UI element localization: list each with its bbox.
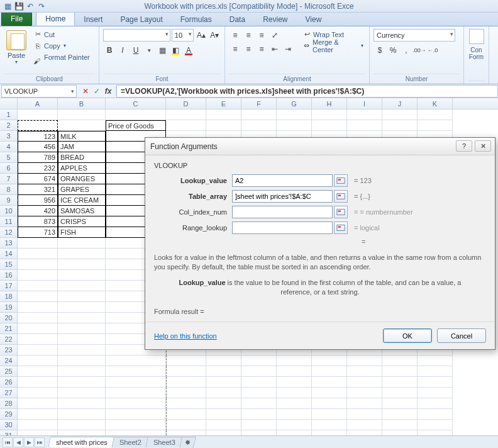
- align-left-icon[interactable]: ≡: [229, 43, 241, 55]
- cell[interactable]: [277, 120, 312, 131]
- row-header[interactable]: 18: [0, 291, 18, 302]
- row-header[interactable]: 14: [0, 249, 18, 259]
- cell[interactable]: [18, 249, 58, 259]
- paste-button[interactable]: Paste ▾: [4, 29, 29, 66]
- cell[interactable]: [418, 377, 453, 388]
- cell[interactable]: [418, 420, 453, 430]
- comma-format-icon[interactable]: ,: [400, 44, 412, 57]
- cell[interactable]: [241, 430, 277, 435]
- cell[interactable]: [312, 409, 347, 420]
- cell[interactable]: 956: [18, 195, 58, 206]
- cell[interactable]: [58, 388, 106, 398]
- cell[interactable]: ICE CREAM: [58, 195, 106, 206]
- cell[interactable]: 789: [18, 152, 58, 163]
- cell[interactable]: [166, 366, 206, 377]
- cell[interactable]: [106, 420, 166, 430]
- row-header[interactable]: 17: [0, 281, 18, 291]
- cell[interactable]: [418, 366, 453, 377]
- cell[interactable]: [18, 366, 58, 377]
- cell[interactable]: [166, 388, 206, 398]
- row-header[interactable]: 31: [0, 430, 18, 435]
- cell[interactable]: [18, 323, 58, 334]
- row-header[interactable]: 5: [0, 152, 18, 163]
- cell[interactable]: [58, 238, 106, 249]
- cell[interactable]: [166, 409, 206, 420]
- cell[interactable]: [418, 398, 453, 409]
- cell[interactable]: [277, 377, 312, 388]
- sheet-tab-2[interactable]: Sheet2: [111, 437, 149, 447]
- col-header-C[interactable]: C: [106, 98, 166, 109]
- borders-button[interactable]: ▦: [156, 44, 169, 57]
- orientation-icon[interactable]: ⤢: [268, 29, 281, 42]
- cell[interactable]: [277, 409, 312, 420]
- cell[interactable]: [58, 356, 106, 366]
- cell[interactable]: [241, 377, 277, 388]
- dialog-help-button[interactable]: ?: [456, 140, 472, 152]
- cell[interactable]: [166, 420, 206, 430]
- col-header-G[interactable]: G: [277, 98, 312, 109]
- format-painter-button[interactable]: ﾠ🖌Format Painter: [31, 52, 92, 62]
- cell[interactable]: 321: [18, 184, 58, 195]
- sheet-nav-next-icon[interactable]: ▶: [24, 437, 34, 447]
- cell[interactable]: [277, 356, 312, 366]
- tab-page-layout[interactable]: Page Layout: [111, 13, 171, 26]
- row-header[interactable]: 30: [0, 420, 18, 430]
- sheet-nav-prev-icon[interactable]: ◀: [13, 437, 23, 447]
- cell[interactable]: [166, 377, 206, 388]
- col-header-E[interactable]: E: [206, 98, 241, 109]
- cell[interactable]: 123: [18, 131, 58, 142]
- cell[interactable]: [277, 388, 312, 398]
- font-family-combo[interactable]: [103, 29, 170, 42]
- cell[interactable]: [58, 323, 106, 334]
- cell[interactable]: [58, 120, 106, 131]
- cell[interactable]: [58, 109, 106, 120]
- align-middle-icon[interactable]: ≡: [242, 29, 255, 42]
- row-header[interactable]: 15: [0, 259, 18, 270]
- sheet-tab-active[interactable]: sheet with prices: [48, 437, 116, 447]
- tab-home[interactable]: Home: [36, 12, 75, 26]
- cell[interactable]: [418, 388, 453, 398]
- cell[interactable]: [206, 356, 241, 366]
- row-header[interactable]: 25: [0, 366, 18, 377]
- cell[interactable]: [166, 398, 206, 409]
- cell[interactable]: [241, 388, 277, 398]
- cell[interactable]: [347, 420, 382, 430]
- conditional-formatting-icon[interactable]: [469, 29, 484, 44]
- dialog-titlebar[interactable]: Function Arguments ? ✕: [145, 138, 495, 155]
- cell[interactable]: [206, 398, 241, 409]
- cell[interactable]: [347, 356, 382, 366]
- row-header[interactable]: 13: [0, 238, 18, 249]
- cell[interactable]: [18, 345, 58, 356]
- cell[interactable]: [58, 281, 106, 291]
- cell[interactable]: [18, 334, 58, 345]
- increase-decimal-icon[interactable]: .00→: [413, 44, 426, 57]
- cell[interactable]: [18, 420, 58, 430]
- sheet-tab-3[interactable]: Sheet3: [145, 437, 183, 447]
- cell[interactable]: [347, 120, 382, 131]
- row-header[interactable]: 7: [0, 174, 18, 184]
- cell[interactable]: [241, 409, 277, 420]
- align-center-icon[interactable]: ≡: [242, 43, 255, 55]
- col-header-B[interactable]: B: [58, 98, 106, 109]
- cell[interactable]: 713: [18, 227, 58, 238]
- cell[interactable]: JAM: [58, 142, 106, 152]
- col-header-H[interactable]: H: [312, 98, 347, 109]
- cell[interactable]: SAMOSAS: [58, 206, 106, 216]
- new-sheet-button[interactable]: ✸: [179, 437, 196, 448]
- arg-input-table-array[interactable]: [232, 190, 333, 203]
- select-all-corner[interactable]: [0, 98, 18, 109]
- underline-button[interactable]: U: [130, 44, 142, 57]
- row-header[interactable]: 2: [0, 120, 18, 131]
- cell[interactable]: [106, 366, 166, 377]
- cell[interactable]: [347, 409, 382, 420]
- cell[interactable]: [241, 398, 277, 409]
- cancel-formula-icon[interactable]: ✕: [80, 86, 91, 96]
- cell[interactable]: [18, 270, 58, 281]
- range-selector-icon[interactable]: [334, 221, 348, 234]
- cell[interactable]: [382, 120, 418, 131]
- cell[interactable]: [277, 109, 312, 120]
- cell[interactable]: [382, 356, 418, 366]
- undo-icon[interactable]: ↶: [25, 1, 35, 11]
- arg-input-col-index[interactable]: [232, 206, 333, 218]
- decrease-indent-icon[interactable]: ⇤: [268, 43, 281, 55]
